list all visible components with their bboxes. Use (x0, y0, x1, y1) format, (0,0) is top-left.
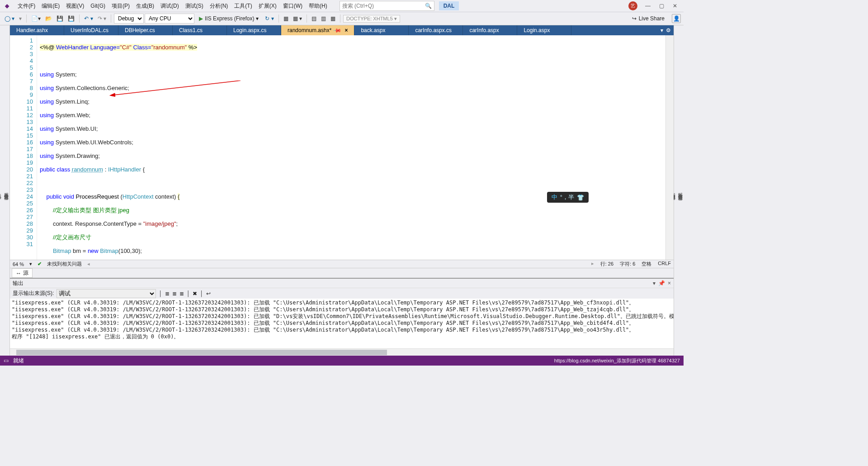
ime-indicator[interactable]: 中°，半👕 (547, 192, 589, 203)
line-ending[interactable]: CRLF (658, 261, 671, 267)
output-pin-icon[interactable]: 📌 (658, 280, 665, 286)
document-tabs: Handler.ashx UserInfoDAL.cs DBHelper.cs … (10, 25, 674, 35)
output-close-icon[interactable]: × (668, 280, 671, 286)
server-explorer-tab[interactable]: 服务器资源管理器 (2, 187, 9, 195)
output-from-label: 显示输出来源(S): (13, 290, 54, 297)
search-placeholder: 搜索 (Ctrl+Q) (342, 2, 374, 10)
tab-randomnum[interactable]: randomnum.ashx*📌× (281, 25, 354, 35)
search-icon: 🔍 (425, 3, 432, 9)
output-tool-3[interactable]: ≣ (179, 290, 184, 297)
tool-icon-3[interactable]: ▤ (310, 14, 318, 23)
output-title: 输出 (13, 280, 650, 287)
output-wrap-icon[interactable]: ↩ (206, 290, 211, 297)
editor-status-bar: 64 %▾ ✔ 未找到相关问题 ◂ ▸ 行: 26 字符: 6 空格 CRLF (10, 260, 674, 268)
minimize-button[interactable]: — (641, 1, 655, 11)
tool-icon-2[interactable]: ▦ ▾ (291, 14, 304, 23)
menu-project[interactable]: 项目(P) (108, 1, 133, 11)
tab-dbhelper[interactable]: DBHelper.cs (118, 25, 173, 35)
tool-icon-1[interactable]: ▦ (282, 14, 290, 23)
menu-test[interactable]: 测试(S) (182, 1, 207, 11)
run-button[interactable]: ▶IIS Express (Firefox)▾ (195, 14, 262, 23)
output-tool-2[interactable]: ≣ (172, 290, 177, 297)
tab-carinfo[interactable]: carInfo.aspx (463, 25, 517, 35)
solution-name[interactable]: DAL (439, 1, 459, 10)
menu-extensions[interactable]: 扩展(X) (255, 1, 280, 11)
line-gutter: 1234567891011121314151617181920212223242… (10, 35, 37, 260)
nav-back-button[interactable]: ◯ ▾ (3, 14, 16, 23)
nav-fwd-button[interactable]: ▾ (17, 14, 24, 23)
menu-analyze[interactable]: 分析(N) (207, 1, 231, 11)
menu-git[interactable]: Git(G) (87, 2, 108, 10)
new-item-button[interactable]: 📄▾ (29, 14, 42, 23)
main-toolbar: ◯ ▾ ▾ 📄▾ 📂 💾 💾 ↶ ▾ ↷ ▾ Debug Any CPU ▶II… (0, 12, 684, 25)
source-view-button[interactable]: ↔ 源 (12, 268, 33, 278)
zoom-level[interactable]: 64 % (13, 262, 24, 267)
issues-ok-icon: ✔ (38, 261, 42, 267)
vertical-scrollbar[interactable] (665, 35, 674, 260)
menu-window[interactable]: 窗口(W) (280, 1, 306, 11)
output-clear-icon[interactable]: ✖ (193, 290, 197, 297)
tab-overflow-icon[interactable]: ▾ (660, 27, 663, 33)
output-dropdown-icon[interactable]: ▾ (653, 280, 656, 286)
redo-button[interactable]: ↷ ▾ (96, 14, 108, 23)
menu-view[interactable]: 视图(V) (63, 1, 87, 11)
tab-settings-icon[interactable]: ⚙ (666, 27, 671, 33)
code-editor[interactable]: 1234567891011121314151617181920212223242… (10, 35, 674, 260)
ime-settings-icon[interactable]: 👕 (577, 194, 584, 201)
account-avatar-icon[interactable]: 👤 (672, 14, 681, 23)
save-button[interactable]: 💾 (55, 14, 65, 23)
status-ready: 就绪 (13, 357, 24, 365)
issues-text[interactable]: 未找到相关问题 (47, 261, 82, 267)
tab-userinfodal[interactable]: UserInfoDAL.cs (64, 25, 118, 35)
search-box[interactable]: 搜索 (Ctrl+Q) 🔍 (340, 1, 434, 11)
pin-icon[interactable]: 📌 (333, 26, 343, 35)
view-switch-bar: ↔ 源 (10, 268, 674, 278)
status-bar: ▭ 就绪 https://blog.csdn.net/weixin_添加到源代码… (0, 356, 684, 366)
left-tool-well: 服务器资源管理器 工具箱 (0, 25, 10, 356)
vs-logo-icon: ◆ (2, 1, 12, 11)
live-share-button[interactable]: ↪Live Share (629, 14, 667, 23)
undo-button[interactable]: ↶ ▾ (82, 14, 94, 23)
account-badge[interactable]: 艺 (628, 1, 637, 10)
output-text[interactable]: "iisexpress.exe" (CLR v4.0.30319: /LM/W3… (10, 299, 674, 348)
indent-mode[interactable]: 空格 (642, 261, 651, 267)
tab-carinfo-cs[interactable]: carInfo.aspx.cs (409, 25, 463, 35)
tab-class1[interactable]: Class1.cs (173, 25, 227, 35)
content-area: 服务器资源管理器 工具箱 Handler.ashx UserInfoDAL.cs… (0, 25, 684, 356)
solution-explorer-tab[interactable]: 解决方案资源管理器 (676, 187, 684, 195)
tab-login-cs[interactable]: Login.aspx.cs (227, 25, 281, 35)
menu-help[interactable]: 帮助(H) (306, 1, 330, 11)
output-panel: 输出 ▾ 📌 × 显示输出来源(S): 调试 │ ≣ ≣ ≣ │ ✖ │ ↩ "… (10, 278, 674, 356)
status-box-icon: ▭ (4, 357, 9, 364)
output-tool-1[interactable]: ≣ (165, 290, 170, 297)
tool-icon-4[interactable]: ▥ (319, 14, 328, 23)
menu-tools[interactable]: 工具(T) (231, 1, 255, 11)
tab-login[interactable]: Login.aspx (517, 25, 571, 35)
close-tab-icon[interactable]: × (344, 27, 348, 33)
menu-file[interactable]: 文件(F) (14, 1, 38, 11)
maximize-button[interactable]: ▢ (655, 1, 668, 11)
cursor-line: 行: 26 (600, 261, 613, 267)
code-area[interactable]: <%@ WebHandler Language="C#" Class="rand… (37, 35, 665, 260)
config-select[interactable]: Debug (114, 14, 144, 24)
platform-select[interactable]: Any CPU (145, 14, 194, 24)
browser-refresh-button[interactable]: ↻ ▾ (263, 14, 275, 23)
toolbox-tab[interactable]: 工具箱 (0, 189, 2, 194)
tool-icon-5[interactable]: ▦ (329, 14, 337, 23)
tab-handler[interactable]: Handler.ashx (10, 25, 64, 35)
menu-build[interactable]: 生成(B) (133, 1, 157, 11)
menu-debug[interactable]: 调试(D) (157, 1, 182, 11)
output-source-select[interactable]: 调试 (57, 289, 156, 298)
output-h-scrollbar[interactable] (10, 348, 674, 356)
menu-edit[interactable]: 编辑(E) (38, 1, 63, 11)
editor-column: Handler.ashx UserInfoDAL.cs DBHelper.cs … (10, 25, 674, 356)
right-tool-well: 解决方案资源管理器 团队资源管理器 属性 (674, 25, 684, 356)
tab-back[interactable]: back.aspx (354, 25, 409, 35)
cursor-char: 字符: 6 (620, 261, 635, 267)
status-right-text[interactable]: https://blog.csdn.net/weixin_添加到源代码管理 46… (554, 357, 680, 364)
open-button[interactable]: 📂 (43, 14, 54, 23)
menu-bar: ◆ 文件(F) 编辑(E) 视图(V) Git(G) 项目(P) 生成(B) 调… (0, 0, 684, 12)
doctype-select[interactable]: DOCTYPE: XHTML5 ▾ (343, 15, 400, 23)
save-all-button[interactable]: 💾 (66, 14, 76, 23)
close-button[interactable]: ✕ (668, 1, 682, 11)
